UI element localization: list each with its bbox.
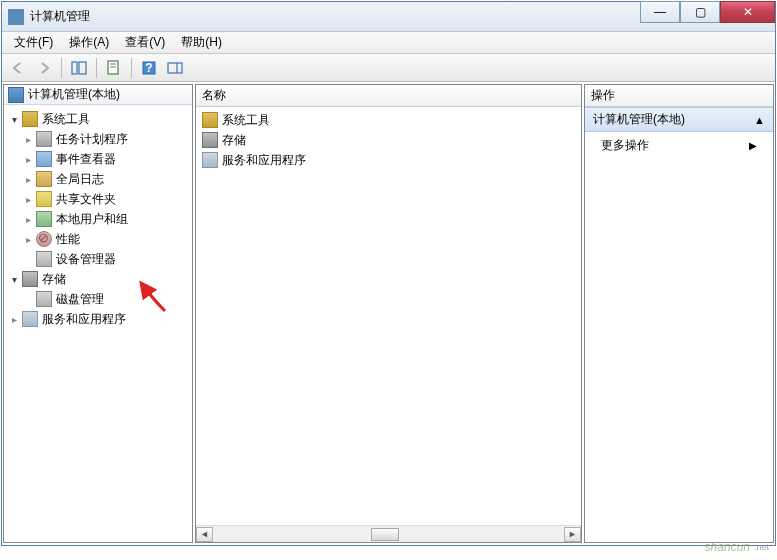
tree-label: 全局日志 xyxy=(56,171,104,188)
menu-help[interactable]: 帮助(H) xyxy=(173,32,230,53)
tree-label: 性能 xyxy=(56,231,80,248)
tree-label: 事件查看器 xyxy=(56,151,116,168)
tree-body: 系统工具 任务计划程序 事件查看器 全局日志 xyxy=(4,107,192,542)
tree-node-event-viewer[interactable]: 事件查看器 xyxy=(4,149,192,169)
window-title: 计算机管理 xyxy=(30,8,640,25)
storage-icon xyxy=(22,271,38,287)
disk-management-icon xyxy=(36,291,52,307)
tree-node-device-manager[interactable]: 设备管理器 xyxy=(4,249,192,269)
close-button[interactable]: ✕ xyxy=(720,1,775,23)
svg-rect-1 xyxy=(79,62,86,74)
expander-icon[interactable] xyxy=(22,153,34,165)
center-panel: 名称 系统工具 存储 服务和应用程序 ◄ xyxy=(195,84,582,543)
tree-label: 共享文件夹 xyxy=(56,191,116,208)
help-button[interactable]: ? xyxy=(137,57,161,79)
tree-label: 存储 xyxy=(42,271,66,288)
expander-icon[interactable] xyxy=(22,133,34,145)
chevron-right-icon: ▶ xyxy=(749,140,757,151)
svg-text:?: ? xyxy=(145,61,152,75)
storage-icon xyxy=(202,132,218,148)
tree-label: 服务和应用程序 xyxy=(42,311,126,328)
expander-icon[interactable] xyxy=(22,233,34,245)
expander-icon[interactable] xyxy=(22,193,34,205)
device-manager-icon xyxy=(36,251,52,267)
properties-button[interactable] xyxy=(102,57,126,79)
properties-icon xyxy=(106,60,122,76)
list-item-label: 存储 xyxy=(222,132,246,149)
center-list: 系统工具 存储 服务和应用程序 xyxy=(196,107,581,525)
actions-panel: 操作 计算机管理(本地) ▲ 更多操作 ▶ xyxy=(584,84,774,543)
tree-root-row[interactable]: 计算机管理(本地) xyxy=(4,85,192,105)
expander-icon[interactable] xyxy=(8,313,20,325)
expander-icon[interactable] xyxy=(22,173,34,185)
scroll-thumb[interactable] xyxy=(371,528,399,541)
tree-label: 磁盘管理 xyxy=(56,291,104,308)
list-item[interactable]: 服务和应用程序 xyxy=(198,150,579,170)
nav-forward-button[interactable] xyxy=(32,57,56,79)
actions-header: 操作 xyxy=(585,85,773,107)
tree-label: 设备管理器 xyxy=(56,251,116,268)
actions-section-title[interactable]: 计算机管理(本地) ▲ xyxy=(585,107,773,132)
minimize-button[interactable]: — xyxy=(640,1,680,23)
watermark-sub: .net xyxy=(754,542,769,552)
list-item[interactable]: 系统工具 xyxy=(198,110,579,130)
expander-icon[interactable] xyxy=(22,213,34,225)
actions-section-label: 计算机管理(本地) xyxy=(593,111,685,128)
expander-icon[interactable] xyxy=(8,113,20,125)
scroll-track[interactable] xyxy=(213,527,564,542)
window-controls: — ▢ ✕ xyxy=(640,2,775,31)
titlebar: 计算机管理 — ▢ ✕ xyxy=(2,2,775,32)
tree-node-performance[interactable]: 性能 xyxy=(4,229,192,249)
show-action-pane-button[interactable] xyxy=(163,57,187,79)
tree-root-label: 计算机管理(本地) xyxy=(28,86,120,103)
tree-node-global-logs[interactable]: 全局日志 xyxy=(4,169,192,189)
list-item-label: 服务和应用程序 xyxy=(222,152,306,169)
scroll-right-button[interactable]: ► xyxy=(564,527,581,542)
shared-folders-icon xyxy=(36,191,52,207)
services-icon xyxy=(202,152,218,168)
scroll-left-button[interactable]: ◄ xyxy=(196,527,213,542)
collapse-icon[interactable]: ▲ xyxy=(754,114,765,126)
maximize-icon: ▢ xyxy=(695,5,706,19)
menu-action[interactable]: 操作(A) xyxy=(61,32,117,53)
computer-management-window: 计算机管理 — ▢ ✕ 文件(F) 操作(A) 查看(V) 帮助(H) ? xyxy=(1,1,776,546)
tree-label: 任务计划程序 xyxy=(56,131,128,148)
toolbar-separator xyxy=(61,58,62,78)
toolbar-separator xyxy=(131,58,132,78)
action-more[interactable]: 更多操作 ▶ xyxy=(585,132,773,159)
actions-body: 计算机管理(本地) ▲ 更多操作 ▶ xyxy=(585,107,773,542)
performance-icon xyxy=(36,231,52,247)
tree-node-storage[interactable]: 存储 xyxy=(4,269,192,289)
help-icon: ? xyxy=(141,60,157,76)
tree-node-local-users[interactable]: 本地用户和组 xyxy=(4,209,192,229)
center-column-header[interactable]: 名称 xyxy=(196,85,581,107)
tree-node-services-apps[interactable]: 服务和应用程序 xyxy=(4,309,192,329)
tools-icon xyxy=(22,111,38,127)
menu-view[interactable]: 查看(V) xyxy=(117,32,173,53)
users-icon xyxy=(36,211,52,227)
event-viewer-icon xyxy=(36,151,52,167)
tree-node-disk-management[interactable]: 磁盘管理 xyxy=(4,289,192,309)
toolbar-separator xyxy=(96,58,97,78)
computer-icon xyxy=(8,87,24,103)
show-hide-tree-button[interactable] xyxy=(67,57,91,79)
horizontal-scrollbar[interactable]: ◄ ► xyxy=(196,525,581,542)
maximize-button[interactable]: ▢ xyxy=(680,1,720,23)
expander-icon xyxy=(22,293,34,305)
menu-file[interactable]: 文件(F) xyxy=(6,32,61,53)
tree-node-shared-folders[interactable]: 共享文件夹 xyxy=(4,189,192,209)
list-item-label: 系统工具 xyxy=(222,112,270,129)
nav-back-button[interactable] xyxy=(6,57,30,79)
list-item[interactable]: 存储 xyxy=(198,130,579,150)
tools-icon xyxy=(202,112,218,128)
tree-panel: 计算机管理(本地) 系统工具 任务计划程序 事件查看器 xyxy=(3,84,193,543)
close-icon: ✕ xyxy=(743,5,753,19)
tree-node-system-tools[interactable]: 系统工具 xyxy=(4,109,192,129)
action-more-label: 更多操作 xyxy=(601,137,649,154)
expander-icon[interactable] xyxy=(8,273,20,285)
arrow-right-icon xyxy=(36,60,52,76)
tree-node-task-scheduler[interactable]: 任务计划程序 xyxy=(4,129,192,149)
main-area: 计算机管理(本地) 系统工具 任务计划程序 事件查看器 xyxy=(2,82,775,545)
arrow-left-icon xyxy=(10,60,26,76)
tree-label: 系统工具 xyxy=(42,111,90,128)
